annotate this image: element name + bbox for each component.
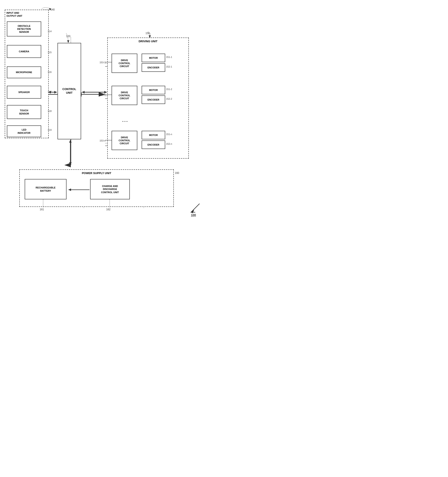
ref-100-area: 100 [187, 202, 204, 220]
svg-marker-51 [67, 40, 69, 43]
line-153-1 [105, 62, 112, 63]
drive-control-circuit-n: DRIVECONTROLCIRCUIT [112, 131, 137, 150]
svg-marker-46 [68, 188, 71, 191]
ref-116: 116 [48, 71, 51, 73]
encoder1-label: ENCODER [147, 66, 159, 69]
dots-separator: ··· [122, 119, 128, 124]
obstacle-detection-label: OBSTACLEDETECTIONSENSOR [17, 24, 31, 34]
line-ref-161 [43, 199, 43, 208]
ref-100-label: 100 [191, 213, 196, 217]
ref-151-n: 151-n [166, 133, 172, 136]
encoder-2: ENCODER [142, 95, 165, 104]
led-indicator-box: LEDINDICATOR [7, 125, 41, 137]
charge-to-battery-arrow [68, 188, 90, 192]
svg-marker-37 [82, 91, 85, 94]
obstacle-detection-sensor: OBSTACLEDETECTIONSENSOR [7, 21, 41, 36]
rechargeable-battery-label: RECHARGEABLEBATTERY [36, 186, 55, 192]
encoder2-label: ENCODER [147, 98, 159, 101]
led-indicator-label: LEDINDICATOR [18, 128, 30, 134]
io-control-arrow-svg [48, 89, 57, 95]
block-diagram: INPUT ANDOUTPUT UNIT OBSTACLEDETECTIONSE… [0, 0, 224, 238]
pointer-120 [66, 33, 73, 44]
line-ref-162 [109, 199, 110, 208]
ref-160: 160 [175, 172, 179, 174]
ref-152-1: 152-1 [166, 66, 172, 68]
svg-marker-34 [48, 91, 51, 94]
speaker-box: SPEAKER [7, 86, 41, 99]
control-unit-box: CONTROLUNIT [58, 43, 81, 139]
svg-marker-35 [54, 91, 57, 94]
ref-151-2: 151-2 [166, 88, 172, 90]
drive-control-circuit-1: DRIVECONTROLCIRCUIT [112, 54, 137, 73]
control-power-arrow-svg [67, 140, 74, 165]
ref-114: 114 [48, 30, 51, 33]
svg-marker-40 [69, 140, 72, 143]
io-control-arrow [48, 89, 57, 95]
ref-153-1: 153-1 [100, 61, 106, 64]
microphone-box: MICROPHONE [7, 66, 41, 78]
pointer-150 [148, 31, 154, 39]
svg-marker-52 [149, 35, 151, 38]
ref-152-2: 152-2 [166, 98, 172, 100]
pointer-140 [42, 6, 53, 11]
ref-118: 118 [48, 110, 51, 112]
motor-n: MOTOR [142, 131, 165, 139]
ref-119: 119 [48, 129, 51, 131]
svg-marker-50 [49, 8, 51, 10]
camera-label: CAMERA [19, 50, 29, 53]
ref-161: 161 [40, 208, 44, 211]
touch-sensor-label: TOUCHSENSOR [19, 109, 29, 115]
encoder-n: ENCODER [142, 140, 165, 149]
ref-152-n: 152-n [166, 143, 172, 145]
ref-153-2: 153-2 [100, 94, 106, 96]
ref-162: 162 [106, 208, 110, 211]
ref-153-n: 153-n [100, 139, 106, 142]
svg-marker-41 [69, 162, 72, 165]
power-supply-unit-label: POWER SUPPLY UNIT [82, 172, 111, 175]
motorn-label: MOTOR [149, 134, 158, 137]
dcc2-label: DRIVECONTROLCIRCUIT [119, 91, 130, 100]
encoder-1: ENCODER [142, 63, 165, 72]
line-153-n [105, 140, 112, 141]
drive-control-circuit-2: DRIVECONTROLCIRCUIT [112, 86, 137, 105]
ref-115: 115 [48, 51, 51, 54]
driving-unit-label: DRIVING UNIT [139, 40, 157, 43]
line-153-2 [105, 94, 112, 95]
ref-151-1: 151-1 [166, 56, 172, 58]
svg-marker-38 [104, 91, 107, 94]
motor2-label: MOTOR [149, 89, 158, 92]
dccn-label: DRIVECONTROLCIRCUIT [119, 136, 130, 145]
charge-discharge-box: CHARGE ANDDISCHARGECONTROL UNIT [90, 179, 130, 199]
rechargeable-battery-box: RECHARGEABLEBATTERY [25, 179, 67, 199]
motor1-label: MOTOR [149, 56, 158, 59]
charge-battery-arrow-svg [68, 188, 90, 192]
microphone-label: MICROPHONE [16, 71, 32, 74]
charge-discharge-label: CHARGE ANDDISCHARGECONTROL UNIT [101, 185, 119, 194]
dcc1-label: DRIVECONTROLCIRCUIT [119, 59, 130, 68]
speaker-label: SPEAKER [18, 91, 30, 94]
encodern-label: ENCODER [147, 143, 159, 146]
control-unit-label: CONTROLUNIT [62, 88, 76, 95]
input-output-unit-label: INPUT ANDOUTPUT UNIT [6, 11, 22, 18]
motor-2: MOTOR [142, 86, 165, 94]
motor-1: MOTOR [142, 54, 165, 62]
control-power-arrow [67, 140, 74, 165]
camera-box: CAMERA [7, 45, 41, 58]
touch-sensor-box: TOUCHSENSOR [7, 105, 41, 119]
